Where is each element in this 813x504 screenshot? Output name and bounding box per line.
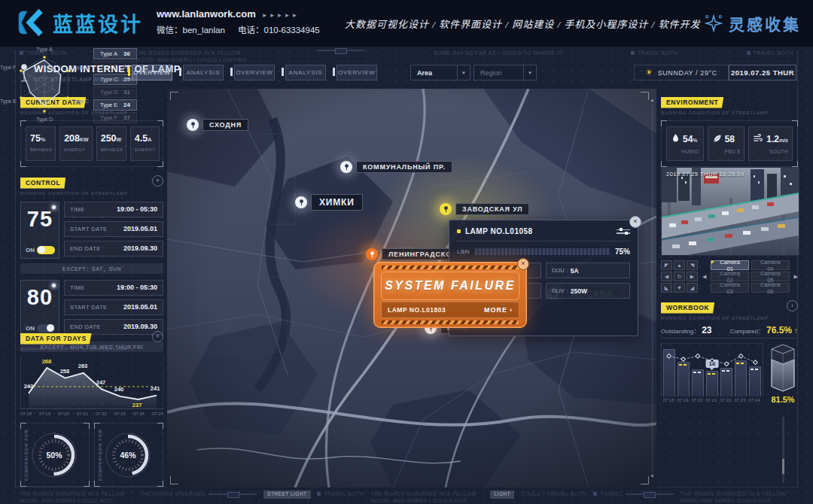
city-map[interactable]: ▲ ▼ СХОДНЯ КОММУНАЛЬНЫЙ ПР. ХИМКИ ЗАВОДС… (167, 89, 656, 487)
pan-down-left-button[interactable]: ◣ (661, 283, 672, 293)
brightness-box: 80 ON (20, 280, 59, 337)
comparison-gauge-1: COMPARISON FOR 50% (20, 423, 90, 487)
power-toggle[interactable] (37, 246, 55, 254)
camera-02-button[interactable]: Camera 02 (711, 272, 749, 281)
camera-01-button[interactable]: Camera 01 (711, 260, 749, 270)
toggle-knob (38, 246, 45, 254)
camera-pager-right-icon[interactable]: ▶ (794, 274, 798, 280)
pan-down-button[interactable]: ▼ (674, 283, 685, 293)
more-button[interactable]: MORE› (484, 306, 513, 314)
camera-05-button[interactable]: Camera 05 (751, 272, 790, 281)
tab-overview-3[interactable]: OVERVIEW (336, 65, 377, 80)
field-value: 2019.05.01 (123, 303, 157, 311)
stat-value: 208 (64, 133, 80, 144)
stat-unit: A (148, 137, 151, 142)
reset-view-button[interactable]: ↻ (674, 272, 685, 281)
pan-left-button[interactable]: ◀ (661, 272, 672, 281)
brand-website[interactable]: www.lanlanwork.com (157, 8, 256, 20)
line-chart-value: 268 (42, 358, 52, 365)
on-label: ON (26, 247, 35, 254)
close-icon[interactable]: × (629, 216, 641, 228)
pan-up-button[interactable]: ▲ (674, 260, 685, 270)
camera-04-button[interactable]: Camera 04 (751, 260, 790, 270)
stat-card-briness: 75% BRINESS (26, 126, 56, 161)
line-chart-x-label: 07.23 (114, 411, 126, 416)
workbook-x-label: 07.22 (720, 398, 732, 402)
close-icon[interactable]: × (517, 258, 529, 270)
radar-vertex-dot (66, 69, 69, 72)
camera-06-button[interactable]: Camera 06 (751, 283, 790, 293)
settings-sliders-icon[interactable] (617, 228, 630, 235)
workbook-bar-chart: 16 (661, 343, 763, 396)
panel-badge: ENVIRONMENT (661, 97, 723, 108)
pan-up-right-button[interactable]: ◥ (687, 260, 698, 270)
tab-analysis-2[interactable]: ANALYSIS (285, 65, 326, 80)
line-chart-value: 237 (132, 402, 142, 408)
map-scrollbar[interactable]: ▲ ▼ (650, 98, 655, 478)
panel-badge: CONTROL (20, 178, 65, 189)
plus-icon[interactable]: + (152, 331, 163, 342)
plus-icon[interactable]: + (152, 175, 163, 187)
line-chart-value: 263 (78, 363, 88, 369)
field-label: START DATE (70, 304, 107, 311)
env-value: 54 (683, 134, 693, 144)
field-value: 2019.09.30 (123, 323, 157, 330)
yellow-dot-icon (457, 229, 461, 233)
alert-title-frame: SYSTEM FAILURE (381, 272, 519, 300)
line-chart-x-axis: 07.1807.1907.2007.2107.2207.2307.2407.24 (20, 411, 163, 416)
map-pin-skhodnya[interactable]: СХОДНЯ (187, 119, 248, 131)
except-days: EXCEPT：SAT，SUN (20, 263, 163, 274)
camera-feed[interactable]: 2019.07.25 THUR 18:26:09 (661, 167, 799, 256)
env-label: SOUTH (754, 149, 788, 154)
line-chart-value: 243 (24, 383, 34, 390)
radar-axis-label: Type F (0, 65, 16, 70)
end-date-row[interactable]: END DATE 2019.09.30 (64, 241, 163, 257)
environment-frame: 54% HUMID 58 PM2.5 (661, 120, 798, 167)
field-value: 19:00 - 05:30 (117, 205, 157, 213)
tab-overview-2[interactable]: OVERVIEW (234, 65, 275, 80)
map-pin-zavodskaya[interactable]: ЗАВОДСКАЯ УЛ (440, 203, 529, 215)
lbn-progress-bar[interactable] (475, 248, 610, 255)
tab-analysis-1[interactable]: ANALYSIS (183, 65, 224, 80)
region-select[interactable]: Region ▾ (473, 65, 537, 80)
line-chart-x-label: 07.22 (96, 411, 107, 416)
scroll-handle[interactable] (782, 459, 784, 474)
inspiration-collect[interactable]: 灵感收集 (705, 12, 801, 35)
pan-right-button[interactable]: ▶ (687, 272, 698, 281)
workbook-bar (663, 349, 675, 396)
radar-axis-label: Type C (72, 99, 89, 104)
right-scrollbar[interactable] (782, 417, 784, 483)
area-select[interactable]: Area ▾ (410, 65, 470, 80)
square-icon (317, 492, 321, 496)
start-date-row[interactable]: START DATE 2019.05.01 (64, 299, 163, 315)
map-pin-khimki[interactable]: ХИМКИ (295, 194, 363, 211)
chevron-right-icon[interactable]: › (787, 300, 798, 311)
current-stats-frame: 75% BRINESS 208KW ENERGY 250W BRINESS 4.… (20, 120, 163, 167)
system-failure-alert: × SYSTEM FAILURE LAMP NO.L01803 MORE› (373, 262, 527, 328)
stat-unit: W (117, 137, 122, 142)
stat-unit: KW (80, 137, 89, 142)
lamp-pin-icon (340, 161, 352, 173)
start-date-row[interactable]: START DATE 2019.05.01 (64, 221, 163, 237)
deco-text: TRAVEL BOTH (638, 50, 678, 56)
map-pin-kommunalny[interactable]: КОММУНАЛЬНЫЙ ПР. (340, 161, 452, 173)
map-corner-bracket (170, 476, 178, 484)
deco-text: SOME DAY AS FAR AS I COULD TO WHERE IT (434, 50, 562, 56)
time-row[interactable]: TIME 19:00 - 05:30 (64, 280, 163, 296)
radar-axis-label: Type A (36, 47, 52, 52)
screen: 蓝蓝设计 www.lanlanwork.com►►►►► 微信：ben_lanl… (0, 0, 813, 504)
field-diju: DIJU: 5A (546, 263, 630, 278)
camera-pager-left-icon[interactable]: ◀ (702, 274, 706, 280)
gauge-label: COMPARISON FOR (24, 429, 29, 481)
camera-list: Camera 01 Camera 04 Camera 02 Camera 05 … (711, 260, 789, 293)
pan-down-right-button[interactable]: ◢ (687, 283, 698, 293)
line-chart-value: 241 (151, 385, 160, 392)
pan-up-left-button[interactable]: ◤ (661, 260, 672, 270)
lamp-pin-icon (366, 248, 378, 260)
tab-overview-1[interactable]: OVERVIEW (132, 65, 172, 80)
scroll-down-icon[interactable]: ▼ (650, 474, 655, 478)
camera-03-button[interactable]: Camera 03 (711, 283, 749, 293)
env-value: 58 (725, 134, 735, 144)
time-row[interactable]: TIME 19:00 - 05:30 (64, 202, 163, 217)
scroll-up-icon[interactable]: ▲ (650, 98, 655, 102)
